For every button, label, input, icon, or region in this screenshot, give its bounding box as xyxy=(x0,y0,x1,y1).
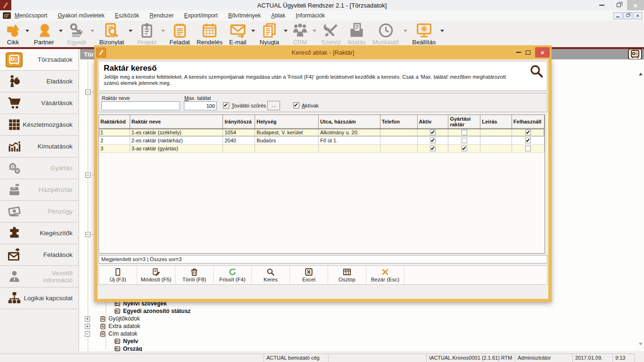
warehouse-name-input[interactable] xyxy=(101,101,180,110)
tree-item-nyelv[interactable]: Nyelv xyxy=(114,337,138,345)
sidebar-item-h-zip-nzt-r[interactable]: Házipénztár xyxy=(0,179,78,201)
toolbar-partner[interactable]: Partner xyxy=(31,22,58,46)
toolbar-bizonylat[interactable]: Bizonylat xyxy=(96,22,127,46)
tree-item-extra-adatok[interactable]: +Extra adatok xyxy=(85,322,140,330)
sidebar-item-p-nz-gy[interactable]: Pénzügy xyxy=(0,201,78,222)
m-dos-t-f5-button[interactable]: Módosít (F5) xyxy=(137,266,175,284)
menu-export-import[interactable]: Export/import xyxy=(184,12,218,19)
column-header-akt-v[interactable]: Aktív xyxy=(418,115,449,128)
minimize-button[interactable] xyxy=(593,0,610,10)
friss-t-f4-button[interactable]: Frissít (F4) xyxy=(214,266,252,284)
excel-button[interactable]: Excel xyxy=(290,266,328,284)
menu-eszk-z-k[interactable]: Eszközök xyxy=(115,12,139,19)
toolbar-bizonylat-dropdown[interactable] xyxy=(127,22,134,39)
menu-men-csoport[interactable]: Menücsoport xyxy=(15,12,47,19)
sidebar-item-felad-sok[interactable]: Feladások xyxy=(0,244,78,266)
tree-item-gy-jt-k-dok[interactable]: +Gyûjtõkódok xyxy=(85,315,140,322)
max-results-input[interactable] xyxy=(184,101,217,110)
toolbar-cikk[interactable]: Cikk xyxy=(2,22,24,46)
child-close-button[interactable]: × xyxy=(633,12,642,19)
toolbar-partner-dropdown[interactable] xyxy=(58,22,64,39)
sidebar-item-logikai-kapcsolat[interactable]: Logikai kapcsolat xyxy=(0,288,78,309)
toolbar-be-ll-t-s[interactable]: Beállítás xyxy=(409,22,439,46)
more-filters-checkbox[interactable] xyxy=(223,102,229,108)
toolbar-feladat[interactable]: Feladat xyxy=(166,22,193,46)
t-r-l-f8-button[interactable]: Töröl (F8) xyxy=(175,266,214,284)
child-minimize-button[interactable] xyxy=(613,12,622,19)
oszlop-button[interactable]: Oszlop xyxy=(328,266,366,284)
menu-rendszer[interactable]: Rendszer xyxy=(149,12,173,19)
child-restore-button[interactable] xyxy=(623,12,632,19)
tree-expander[interactable]: − xyxy=(85,232,91,237)
toolbar-nyugta-dropdown[interactable] xyxy=(282,22,289,39)
dialog-title-bar[interactable]: Kereső ablak - [Raktár] × xyxy=(94,45,552,59)
partner-icon xyxy=(36,23,52,38)
checkbox-felhaszn-ll[interactable] xyxy=(525,138,531,143)
tree-expander[interactable]: − xyxy=(85,331,90,337)
bez-r-esc-button[interactable]: Bezár (Esc) xyxy=(366,266,405,284)
tree-expander[interactable]: + xyxy=(85,324,90,329)
close-button[interactable]: × xyxy=(627,0,644,10)
menu-b-v-tm-nyek[interactable]: Bővítmények xyxy=(228,12,261,19)
dialog-minimize-button[interactable] xyxy=(516,52,521,53)
dialog-close-button[interactable]: × xyxy=(535,47,550,58)
active-only-checkbox[interactable] xyxy=(293,102,299,108)
toolbar-e-mail-dropdown[interactable] xyxy=(250,22,256,39)
column-header-rakt-rk-d[interactable]: Raktárkód xyxy=(99,115,130,128)
column-header-gy-rt-si-rakt-r[interactable]: Gyártási raktár xyxy=(448,115,480,128)
tree-item-orsz-g[interactable]: Ország xyxy=(114,345,142,351)
checkbox-felhaszn-ll[interactable] xyxy=(525,146,531,151)
sidebar-item-kieg-sz-t-k[interactable]: Kiegészítők xyxy=(0,222,78,244)
more-filters-button[interactable]: ... xyxy=(267,101,280,110)
sidebar-item-t-rzsadatok[interactable]: Törzsadatok xyxy=(0,49,78,71)
toolbar-nyugta[interactable]: Nyugta xyxy=(256,22,282,46)
tree-expander[interactable]: + xyxy=(85,316,90,321)
checkbox-gy-rt-si-rakt-r[interactable] xyxy=(462,146,467,151)
sidebar-item-v-s-rl-sok[interactable]: Vásárlások xyxy=(0,92,78,114)
checkbox-akt-v[interactable] xyxy=(430,138,436,143)
sidebar-item-vezet-i-inform-ci[interactable]: Vezetői információ xyxy=(0,266,78,288)
menu-gyakori-m-veletek[interactable]: Gyakori műveletek xyxy=(58,12,104,19)
checkbox-gy-rt-si-rakt-r[interactable] xyxy=(462,130,467,135)
toolbar-be-ll-t-s-dropdown[interactable] xyxy=(439,22,446,39)
sidebar-item-elad-sok[interactable]: Eladások xyxy=(0,71,78,92)
checkbox-akt-v[interactable] xyxy=(430,146,436,151)
column-header-ir-ny-t-sz[interactable]: Irányítószá xyxy=(223,115,255,128)
column-header-utca-h-zsz-m[interactable]: Utca, házszám xyxy=(319,115,380,128)
keres-button[interactable]: Keres xyxy=(252,266,290,284)
chevron-down-icon xyxy=(251,30,255,34)
column-header-telefon[interactable]: Telefon xyxy=(380,115,418,128)
tree-expander[interactable]: − xyxy=(85,173,91,178)
menu-ablak[interactable]: Ablak xyxy=(271,12,285,19)
vasarlasok-icon xyxy=(8,96,21,110)
dialog-maximize-button[interactable] xyxy=(526,50,530,55)
checkbox-felhaszn-ll[interactable] xyxy=(525,130,531,135)
tree-item-c-m-adatok[interactable]: −Cím adatok xyxy=(85,330,137,337)
restore-button[interactable] xyxy=(610,0,627,10)
checkbox-akt-v[interactable] xyxy=(430,130,436,135)
sidebar-item-k-szletmozg-sok[interactable]: Készletmozgások xyxy=(0,114,78,136)
menu-inform-ci-k[interactable]: Információk xyxy=(296,12,325,19)
module-corner-button[interactable] xyxy=(628,49,642,60)
toolbar-cikk-dropdown[interactable] xyxy=(24,22,31,39)
results-grid: RaktárkódRaktár neveIrányítószáHelységUt… xyxy=(99,115,545,254)
column-header-rakt-r-neve[interactable]: Raktár neve xyxy=(130,115,223,128)
column-header-helys-g[interactable]: Helység xyxy=(255,115,319,128)
table-row[interactable]: 11-es raktár (székhely)1054Budapest, V. … xyxy=(99,129,545,137)
j-f3-button[interactable]: Új (F3) xyxy=(99,266,137,284)
toolbar-projekt-dropdown xyxy=(160,22,166,39)
table-row[interactable]: 33-as raktár (gyártás) xyxy=(99,145,545,153)
application-window: ACTUAL Ügyviteli Rendszer 2.1 - [Törzsad… xyxy=(0,0,644,362)
nyugta-icon xyxy=(262,23,277,38)
sidebar: TörzsadatokEladásokVásárlásokKészletmozg… xyxy=(0,49,79,351)
checkbox-gy-rt-si-rakt-r[interactable] xyxy=(462,138,467,143)
tree-expander[interactable]: − xyxy=(85,90,91,95)
tree-item-egyedi-azonos-t-st-tusz[interactable]: Egyedi azonosító státusz xyxy=(114,307,190,315)
toolbar-rendel-s[interactable]: Rendelés xyxy=(193,22,226,46)
column-header-felhaszn-ll[interactable]: Felhasználl xyxy=(512,115,545,128)
toolbar-e-mail[interactable]: E-mail xyxy=(226,22,250,46)
sidebar-item-kimutat-sok[interactable]: Kimutatások xyxy=(0,136,78,157)
column-header-le-r-s[interactable]: Leírás xyxy=(480,115,512,128)
table-row[interactable]: 22-es raktár (raktárház)2040BudaörsFő út… xyxy=(99,137,545,145)
sidebar-item-gy-rt-s[interactable]: Gyártás xyxy=(0,157,78,179)
